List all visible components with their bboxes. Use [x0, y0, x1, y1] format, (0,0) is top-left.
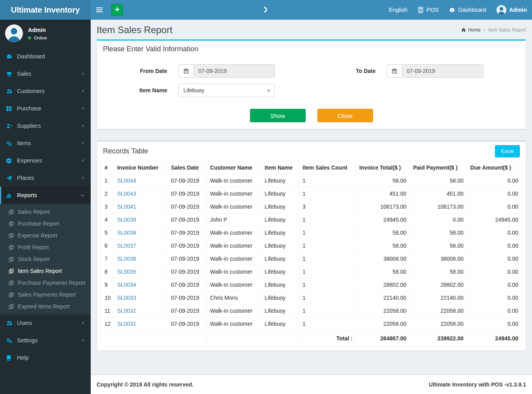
invoice-total: 58.00: [356, 265, 409, 278]
sidebar-item-dashboard[interactable]: Dashboard: [0, 48, 91, 65]
paid-payment: 28802.00: [410, 278, 467, 291]
invoice-number-link[interactable]: SL0043: [117, 190, 136, 197]
invoice-number[interactable]: SL0038: [114, 226, 167, 239]
invoice-number-link[interactable]: SL0032: [117, 308, 136, 314]
to-date-input[interactable]: [402, 64, 483, 78]
due-amount: 0.00: [467, 304, 522, 317]
close-button[interactable]: Close: [317, 109, 373, 122]
sidebar-item-purchase-payments-report[interactable]: Purchase Payments Report: [0, 277, 91, 289]
breadcrumb-home-link[interactable]: Home: [461, 27, 481, 33]
submenu-item-label: Expired Items Report: [18, 303, 70, 310]
customer-name: Chris Moris: [207, 291, 261, 304]
invoice-number-link[interactable]: SL0039: [117, 217, 136, 223]
invoice-number[interactable]: SL0043: [114, 187, 167, 200]
due-amount: 0.00: [467, 187, 522, 200]
invoice-number-link[interactable]: SL0036: [117, 256, 136, 262]
table-total-row: Total : 264867.00 239922.00 24945.00: [101, 331, 522, 347]
sidebar-item-reports[interactable]: Reports: [0, 187, 91, 204]
brand-logo[interactable]: Ultimate Inventory: [0, 0, 91, 20]
customer-name: Walk-in customer: [207, 239, 261, 252]
item-name: Lifebuoy: [261, 200, 299, 213]
invoice-number-link[interactable]: SL0044: [117, 177, 136, 184]
invoice-number-link[interactable]: SL0035: [117, 269, 136, 275]
invoice-number-link[interactable]: SL0034: [117, 282, 136, 288]
from-date-input[interactable]: [193, 64, 275, 78]
invoice-number[interactable]: SL0031: [114, 317, 167, 331]
sidebar-user-name: Admin: [28, 27, 47, 33]
sidebar-item-expenses[interactable]: Expenses: [0, 152, 91, 169]
quick-add-button[interactable]: +: [111, 4, 123, 16]
invoice-number-link[interactable]: SL0041: [117, 204, 136, 210]
chevron-left-icon: [81, 321, 85, 325]
sidebar-item-sales-payments-report[interactable]: Sales Payments Report: [0, 289, 91, 301]
sidebar-item-suppliers[interactable]: Suppliers: [0, 117, 91, 134]
sidebar-item-items[interactable]: Items: [0, 134, 91, 152]
invoice-total: 58.00: [356, 174, 409, 187]
invoice-number[interactable]: SL0032: [114, 304, 167, 317]
customer-name: Walk-in customer: [207, 174, 261, 187]
pos-link[interactable]: POS: [413, 0, 444, 20]
sidebar-item-sales[interactable]: Sales: [0, 65, 91, 82]
sidebar-item-item-sales-report[interactable]: Item Sales Report: [0, 265, 91, 277]
sidebar-item-stock-report[interactable]: Stock Report: [0, 253, 91, 265]
sidebar-item-settings[interactable]: Settings: [0, 332, 91, 349]
invoice-number[interactable]: SL0041: [114, 200, 167, 213]
excel-export-button[interactable]: Excel: [495, 145, 520, 157]
invoice-number[interactable]: SL0044: [114, 174, 167, 187]
submenu-item-label: Purchase Payments Report: [18, 280, 85, 286]
invoice-number[interactable]: SL0035: [114, 265, 167, 278]
invoice-number-link[interactable]: SL0038: [117, 230, 136, 236]
submenu-item-label: Purchase Report: [18, 220, 59, 227]
invoice-number[interactable]: SL0039: [114, 213, 167, 226]
sidebar-item-expense-report[interactable]: Expense Report: [0, 230, 91, 241]
dashboard-link[interactable]: Dashboard: [444, 0, 491, 20]
language-menu[interactable]: English: [384, 0, 413, 20]
item-name-label: Item Name: [103, 87, 167, 93]
table-row: 3SL004107-09-2019Walk-in customerLifebuo…: [101, 200, 522, 213]
invoice-number-link[interactable]: SL0031: [117, 321, 136, 327]
paid-payment: 0.00: [410, 213, 467, 226]
invoice-total: 38008.00: [356, 252, 409, 265]
footer-version: Ultimate Inventory with POS -v1.3.9.1: [429, 381, 526, 388]
show-button[interactable]: Show: [250, 109, 306, 122]
due-amount: 0.00: [467, 252, 522, 265]
sidebar-item-profit-report[interactable]: Profit Report: [0, 241, 91, 253]
table-header-row: # Invoice Number Sales Date Customer Nam…: [101, 161, 522, 174]
sidebar-item-purchase-report[interactable]: Purchase Report: [0, 218, 91, 230]
paid-payment: 22058.00: [410, 317, 467, 331]
item-name-select[interactable]: Lifebuoy: [178, 84, 275, 97]
sidebar-item-expired-items-report[interactable]: Expired Items Report: [0, 301, 91, 312]
invoice-number-link[interactable]: SL0037: [117, 243, 136, 249]
submenu-item-label: Expense Report: [18, 232, 57, 239]
sidebar-item-help[interactable]: Help: [0, 349, 91, 366]
sidebar-item-label: Items: [17, 140, 31, 146]
invoice-total: 22058.00: [356, 317, 409, 331]
hamburger-icon[interactable]: [91, 0, 108, 20]
footer: Copyright © 2019 All rights reserved. Ul…: [91, 375, 532, 394]
sidebar-item-places[interactable]: Places: [0, 169, 91, 187]
col-header-due-amount: Due Amount($ ): [467, 161, 522, 174]
sales-date: 07-09-2019: [168, 187, 207, 200]
item-name: Lifebuoy: [261, 174, 299, 187]
invoice-number-link[interactable]: SL0033: [117, 295, 136, 301]
breadcrumb-current: Item Sales Report: [488, 27, 526, 33]
due-amount: 0.00: [467, 317, 522, 331]
paid-payment: 22140.00: [410, 291, 467, 304]
invoice-number[interactable]: SL0037: [114, 239, 167, 252]
user-menu[interactable]: Admin: [491, 0, 532, 20]
copy-icon: [9, 209, 14, 215]
due-amount: 0.00: [467, 278, 522, 291]
invoice-number[interactable]: SL0033: [114, 291, 167, 304]
item-name: Lifebuoy: [261, 278, 299, 291]
sidebar-item-users[interactable]: Users: [0, 314, 91, 332]
invoice-number[interactable]: SL0034: [114, 278, 167, 291]
row-index: 4: [101, 213, 114, 226]
copy-icon: [9, 233, 14, 238]
invoice-number[interactable]: SL0036: [114, 252, 167, 265]
sidebar-item-customers[interactable]: Customers: [0, 82, 91, 100]
sidebar-item-sales-report[interactable]: Sales Report: [0, 206, 91, 218]
col-header-paid-payment: Paid Payment($ ): [410, 161, 467, 174]
item-sales-count: 1: [299, 265, 356, 278]
chevron-left-icon: [81, 141, 85, 146]
sidebar-item-purchase[interactable]: Purchase: [0, 100, 91, 117]
